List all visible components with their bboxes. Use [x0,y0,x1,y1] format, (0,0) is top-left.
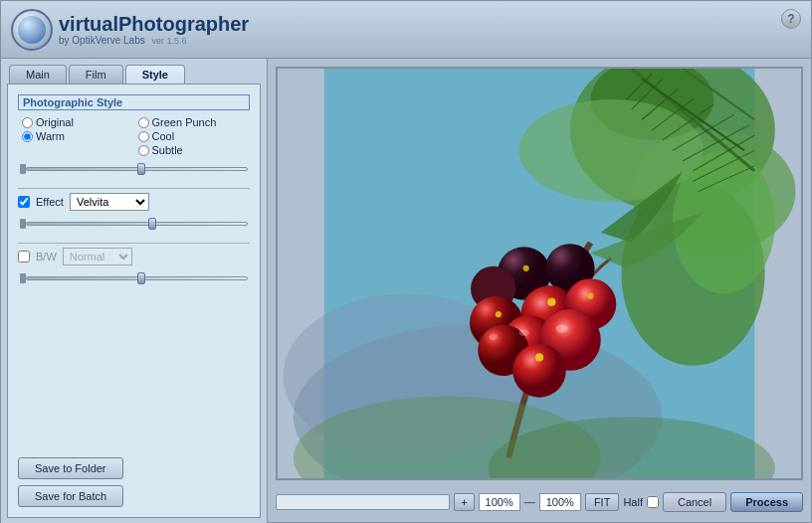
svg-point-36 [587,293,593,299]
bw-checkbox[interactable] [18,251,30,262]
app-container: virtualPhotographer by OptikVerve Labs v… [0,0,812,523]
radio-original: Original [22,116,134,128]
app-logo [11,9,53,51]
zoom-percent: 100% [479,493,520,511]
main-layout: Main Film Style Photographic Style Origi… [1,59,811,523]
app-title: virtualPhotographer [59,13,249,35]
zoom-value2: 100% [539,493,581,511]
radio-cool-input[interactable] [138,131,149,142]
style-panel: Photographic Style Original Green Punch … [7,84,261,518]
radio-cool: Cool [138,130,251,142]
radio-original-input[interactable] [22,117,33,128]
progress-bar [276,494,450,510]
save-buttons: Save to Folder Save for Batch [18,457,250,507]
effect-row: Effect Velvita Normal Velvet Portrait [18,193,250,211]
effect-slider-track[interactable] [26,222,248,226]
bottom-toolbar: + 100% — 100% FIT Half Cancel Process [276,488,803,516]
zoom-in-button[interactable]: + [454,493,474,511]
style-slider-track[interactable] [26,167,248,171]
radio-subtle-input[interactable] [138,145,149,156]
svg-point-32 [555,325,567,333]
tab-bar: Main Film Style [1,59,267,84]
bw-label: B/W [36,251,57,262]
svg-point-37 [523,265,529,271]
app-title-block: virtualPhotographer by OptikVerve Labs v… [59,13,249,46]
svg-point-35 [547,298,555,306]
svg-point-34 [490,334,498,340]
svg-point-31 [512,344,566,398]
section-label: Photographic Style [18,94,250,110]
radio-warm: Warm [22,130,134,142]
tab-main[interactable]: Main [9,65,67,84]
photo-style-options: Original Green Punch Warm Cool [18,116,250,156]
half-label: Half [623,496,643,508]
radio-subtle-item [22,144,134,156]
bw-slider-thumb[interactable] [137,272,145,284]
effect-label: Effect [36,196,64,208]
style-slider-thumb[interactable] [137,163,145,175]
divider-2 [18,243,250,244]
cancel-button[interactable]: Cancel [663,492,726,512]
radio-warm-input[interactable] [22,131,33,142]
header: virtualPhotographer by OptikVerve Labs v… [1,1,811,59]
half-checkbox[interactable] [647,496,659,508]
radio-subtle: Subtle [138,144,251,156]
radio-green-punch: Green Punch [138,116,251,128]
tab-style[interactable]: Style [125,65,185,84]
image-container [276,67,803,480]
effect-slider-thumb[interactable] [148,218,156,230]
effect-slider-row [18,219,250,229]
right-panel: + 100% — 100% FIT Half Cancel Process [268,59,811,523]
tab-film[interactable]: Film [69,65,123,84]
app-subtitle: by OptikVerve Labs ver 1.5.6 [59,35,249,46]
svg-point-38 [496,311,502,317]
divider-1 [18,188,250,189]
left-panel: Main Film Style Photographic Style Origi… [1,59,268,523]
save-for-batch-button[interactable]: Save for Batch [18,485,123,507]
bw-select[interactable]: Normal High Contrast Infrared [63,248,132,265]
radio-green-punch-input[interactable] [138,117,149,128]
bw-slider-track[interactable] [26,276,248,280]
bw-row: B/W Normal High Contrast Infrared [18,248,250,265]
bw-slider-row [18,273,250,283]
effect-checkbox[interactable] [18,196,30,208]
effect-select[interactable]: Velvita Normal Velvet Portrait [70,193,149,211]
style-slider-row [18,164,250,174]
app-version: ver 1.5.6 [152,36,187,46]
zoom-dash: — [524,496,535,508]
svg-point-33 [518,330,528,336]
process-button[interactable]: Process [730,492,803,512]
svg-point-39 [535,353,543,361]
help-button[interactable]: ? [781,9,801,29]
fit-button[interactable]: FIT [585,493,620,511]
logo-inner [18,16,46,44]
save-to-folder-button[interactable]: Save to Folder [18,457,123,479]
berry-image [278,69,801,478]
